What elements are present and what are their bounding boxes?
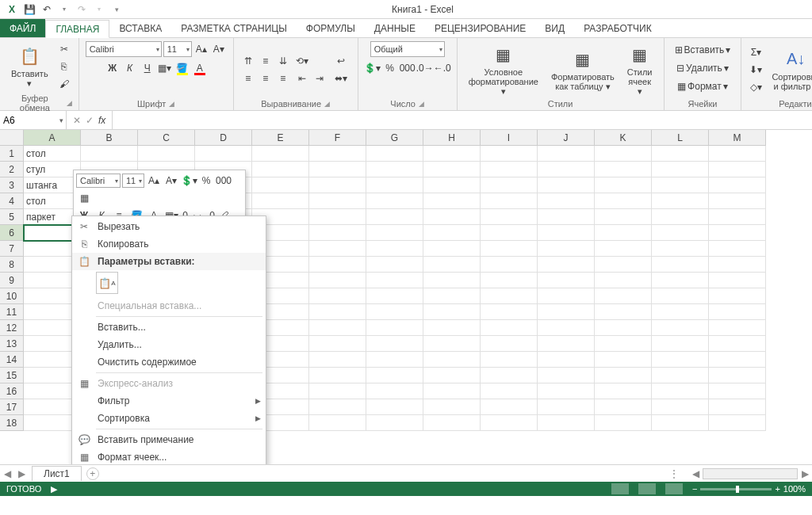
ctx-clear-contents[interactable]: Очистить содержимое [72,353,266,371]
bold-button[interactable]: Ж [105,60,121,76]
cell[interactable] [709,352,766,368]
cell[interactable] [709,304,766,320]
paste-option-default[interactable]: 📋A [96,272,118,294]
row-header[interactable]: 1 [0,146,24,162]
ctx-sort[interactable]: Сортировка▶ [72,410,266,427]
paste-button[interactable]: 📋 Вставить▾ [6,44,53,90]
cell[interactable] [595,177,652,193]
cell[interactable] [366,193,423,209]
cell[interactable] [309,304,366,320]
cell[interactable] [709,241,766,257]
cell[interactable] [709,336,766,352]
cell[interactable] [366,177,423,193]
row-header[interactable]: 18 [0,415,24,431]
undo-dropdown-icon[interactable]: ▾ [57,2,71,17]
column-header[interactable]: J [538,130,595,146]
tab-developer[interactable]: РАЗРАБОТЧИК [574,19,661,37]
cell[interactable] [366,146,423,162]
ctx-delete[interactable]: Удалить... [72,336,266,353]
mini-comma-icon[interactable]: 000 [216,173,232,189]
cell[interactable] [709,383,766,399]
cell[interactable] [252,193,309,209]
hscroll-right-icon[interactable]: ▶ [798,468,812,479]
undo-icon[interactable]: ↶ [40,2,54,17]
mini-percent-icon[interactable]: % [198,173,214,189]
cell[interactable] [481,241,538,257]
clear-icon[interactable]: ◇▾ [748,79,764,95]
view-page-layout-icon[interactable] [638,483,656,494]
zoom-level[interactable]: 100% [783,484,806,494]
fill-color-icon[interactable]: 🪣 [174,60,190,76]
ctx-copy[interactable]: ⎘Копировать [72,235,266,253]
ctx-paste-special[interactable]: Специальная вставка... [72,297,266,315]
cell[interactable] [709,209,766,225]
cell[interactable] [595,352,652,368]
zoom-in-icon[interactable]: + [775,484,779,494]
zoom-control[interactable]: − + 100% [692,484,806,494]
cell[interactable] [595,146,652,162]
cell[interactable] [538,288,595,304]
row-header[interactable]: 12 [0,320,24,336]
qat-customize-icon[interactable]: ▾ [109,2,124,17]
cell[interactable] [423,193,481,209]
column-header[interactable]: H [423,130,481,146]
mini-decrease-font-icon[interactable]: A▾ [163,173,179,189]
tab-insert[interactable]: ВСТАВКА [109,19,171,37]
accounting-format-icon[interactable]: 💲▾ [365,60,381,76]
ctx-cut[interactable]: ✂Вырезать [72,218,266,235]
cell[interactable] [595,273,652,288]
zoom-out-icon[interactable]: − [692,484,697,494]
cell[interactable] [366,383,423,399]
cell[interactable] [709,415,766,431]
cell[interactable] [366,368,423,383]
cell[interactable] [309,320,366,336]
cell[interactable] [595,320,652,336]
cell[interactable] [423,257,481,273]
fx-icon[interactable]: fx [98,115,105,126]
cell[interactable] [423,209,481,225]
cell[interactable] [366,320,423,336]
cell[interactable] [709,257,766,273]
cell[interactable] [595,162,652,177]
cell[interactable] [652,368,709,383]
cell[interactable] [595,336,652,352]
fill-icon[interactable]: ⬇▾ [748,62,764,78]
cell[interactable] [138,146,195,162]
decrease-indent-icon[interactable]: ⇤ [294,71,310,86]
cell[interactable] [595,304,652,320]
cell[interactable] [595,399,652,415]
hscroll-left-icon[interactable]: ◀ [688,468,703,479]
column-header[interactable]: L [652,130,709,146]
cell[interactable] [652,177,709,193]
format-as-table-button[interactable]: ▦Форматировать как таблицу ▾ [546,47,619,93]
cell[interactable] [538,146,595,162]
cell[interactable] [366,304,423,320]
cell[interactable] [538,257,595,273]
cell[interactable] [709,193,766,209]
cell[interactable] [481,320,538,336]
font-color-icon[interactable]: A [192,60,208,76]
cell[interactable] [595,415,652,431]
cell[interactable] [366,257,423,273]
cell[interactable] [538,399,595,415]
clipboard-launcher-icon[interactable]: ◢ [67,99,72,107]
cell[interactable] [252,162,309,177]
enter-formula-icon[interactable]: ✓ [86,115,94,126]
increase-font-icon[interactable]: A▴ [193,41,209,57]
cell[interactable] [538,415,595,431]
cell[interactable] [538,336,595,352]
align-bottom-icon[interactable]: ⇊ [275,53,291,69]
cell[interactable] [423,162,481,177]
cell[interactable] [423,273,481,288]
cell[interactable] [652,257,709,273]
redo-icon[interactable]: ↷ [75,2,89,17]
cell[interactable] [481,257,538,273]
cell[interactable] [538,177,595,193]
cell[interactable] [309,336,366,352]
cell[interactable] [595,225,652,241]
cell[interactable] [366,336,423,352]
tab-file[interactable]: ФАЙЛ [0,19,45,37]
mini-increase-font-icon[interactable]: A▴ [146,173,162,189]
font-name-combo[interactable]: Calibri [86,41,162,57]
column-header[interactable]: A [24,130,81,146]
